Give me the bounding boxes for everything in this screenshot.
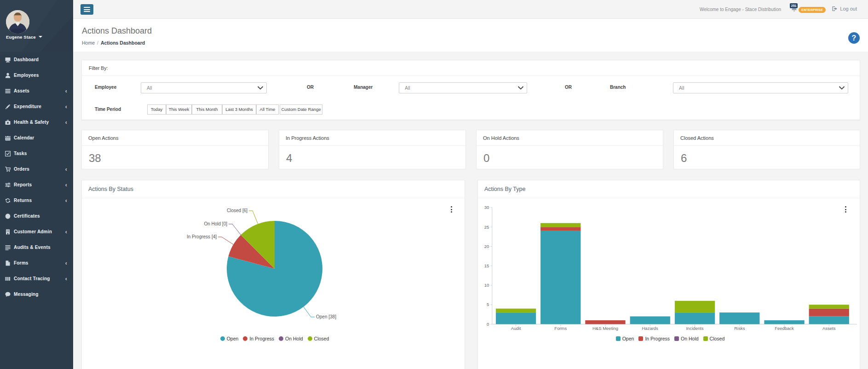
svg-text:Open [38]: Open [38] [316,314,336,319]
svg-text:In Progress [4]: In Progress [4] [187,234,217,239]
svg-text:Risks: Risks [734,326,745,331]
svg-text:20: 20 [484,244,489,249]
svg-text:0: 0 [487,322,489,327]
svg-text:15: 15 [484,263,489,268]
svg-text:Closed [6]: Closed [6] [227,208,247,213]
svg-text:H&S Meeting: H&S Meeting [592,326,618,331]
svg-text:5: 5 [487,302,489,307]
svg-text:Audit: Audit [511,326,521,331]
svg-text:30: 30 [484,205,489,210]
svg-text:Assets: Assets [822,326,836,331]
svg-text:Forms: Forms [554,326,567,331]
svg-text:On Hold [0]: On Hold [0] [204,221,227,226]
svg-text:10: 10 [484,283,489,288]
svg-text:Feedback: Feedback [775,326,794,331]
svg-text:25: 25 [484,225,489,230]
svg-text:Hazards: Hazards [642,326,659,331]
svg-text:Incidents: Incidents [686,326,703,331]
